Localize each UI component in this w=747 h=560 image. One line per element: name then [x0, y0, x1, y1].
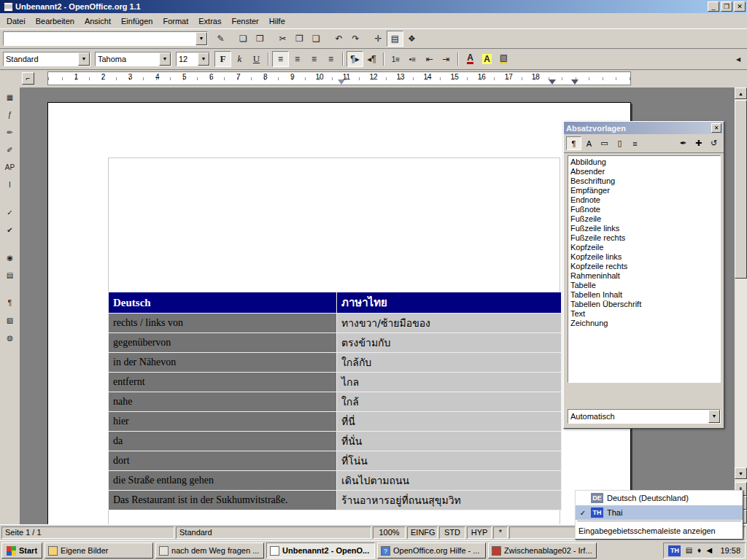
taskbar-window-button[interactable]: Zwischenablage02 - Irf... [488, 542, 597, 559]
paragraph-style-combo[interactable]: ▼ [3, 52, 90, 66]
style-filter-combo[interactable]: ▼ [568, 409, 721, 424]
status-zoom[interactable]: 100% [373, 526, 406, 539]
url-input[interactable] [4, 32, 196, 45]
volume-tray-icon[interactable]: ◀ [704, 545, 714, 556]
new-style-from-selection-button[interactable]: ✚ [691, 136, 706, 150]
style-list-item[interactable]: Endnote [568, 195, 720, 205]
form-functions-button[interactable]: ✐ [1, 141, 19, 158]
navigator-button[interactable]: ✛ [370, 31, 387, 47]
status-hyperlink-mode[interactable]: HYP [467, 526, 492, 539]
scroll-down-button[interactable]: ▼ [735, 467, 747, 479]
menu-item[interactable]: Ansicht [80, 15, 116, 28]
table-cell-th[interactable]: เดินไปตามถนน [337, 471, 562, 491]
insert-fields-button[interactable]: ƒ [1, 106, 19, 123]
style-list-item[interactable]: Kopfzeile links [568, 252, 720, 262]
menu-item[interactable]: Datei [1, 15, 31, 28]
font-size-input[interactable] [177, 52, 198, 66]
style-list-item[interactable]: Fußzeile links [568, 224, 720, 233]
undo-button[interactable]: ↶ [330, 31, 347, 47]
left-to-right-button[interactable]: ¶▸ [347, 51, 363, 67]
style-list-item[interactable]: Fußzeile [568, 214, 720, 224]
underline-button[interactable]: U [248, 51, 265, 67]
paragraph-styles-button[interactable]: ¶ [566, 136, 581, 150]
status-page-style[interactable]: Standard [176, 526, 371, 539]
taskbar-window-button[interactable]: Eigene Bilder [44, 542, 153, 559]
table-cell-th[interactable]: ที่นี่ [337, 412, 562, 432]
language-indicator[interactable]: TH [668, 545, 681, 556]
save-button[interactable]: ❏ [235, 31, 252, 47]
close-button[interactable]: ✕ [734, 1, 746, 12]
background-color-button[interactable]: ▧ [495, 51, 512, 67]
bold-button[interactable]: F [214, 51, 231, 67]
nonprinting-characters-button[interactable]: ¶ [1, 295, 19, 311]
table-cell-de[interactable]: entfernt [109, 373, 337, 392]
edit-file-button[interactable]: ✎ [212, 31, 229, 47]
spellcheck-button[interactable]: ✓ [1, 204, 19, 221]
print-button[interactable]: ❒ [252, 31, 268, 47]
style-list-item[interactable]: Fußnote [568, 205, 720, 214]
status-selection-mode[interactable]: STD [439, 526, 465, 539]
app-tray-icon[interactable]: ♦ [694, 545, 704, 556]
menu-item[interactable]: Format [158, 15, 193, 28]
gallery-button[interactable]: ❖ [403, 31, 420, 47]
online-layout-button[interactable]: ◍ [1, 330, 19, 346]
align-center-button[interactable]: ≡ [289, 51, 306, 67]
scrollbar-thumb[interactable] [735, 100, 747, 279]
decrease-indent-button[interactable]: ⇤ [421, 51, 438, 67]
indent-marker[interactable] [549, 79, 556, 85]
character-styles-button[interactable]: A [581, 136, 597, 150]
table-cell-de[interactable]: rechts / links von [109, 314, 337, 333]
draw-functions-button[interactable]: ✏ [1, 124, 19, 141]
align-right-button[interactable]: ≡ [306, 51, 322, 67]
maximize-button[interactable]: ❐ [721, 1, 732, 12]
redo-button[interactable]: ↷ [347, 31, 364, 47]
align-justify-button[interactable]: ≡ [322, 51, 339, 67]
table-cell-th[interactable]: ร้านอาหารอยู่ที่ถนนสุขุมวิท [337, 491, 562, 510]
panel-titlebar[interactable]: Absatzvorlagen ✕ [564, 122, 724, 134]
indent-marker[interactable] [571, 79, 578, 85]
highlighting-button[interactable]: A [479, 51, 495, 67]
table-header-th[interactable]: ภาษาไทย [337, 292, 562, 314]
toolbar-more-button[interactable]: ◀ [732, 52, 744, 66]
bullet-list-button[interactable]: •≡ [404, 51, 421, 67]
table-cell-th[interactable]: ที่โน่น [337, 451, 562, 471]
copy-button[interactable]: ❐ [291, 31, 308, 47]
graphics-toggle-button[interactable]: ▧ [1, 312, 19, 329]
table-cell-de[interactable]: dort [109, 451, 337, 471]
table-cell-de[interactable]: die Straße entlang gehen [109, 471, 337, 491]
insert-button[interactable]: ▦ [1, 89, 19, 106]
fill-format-mode-button[interactable]: ✒ [676, 136, 691, 150]
tab-type-button[interactable]: ⌐ [22, 72, 34, 85]
cut-button[interactable]: ✂ [274, 31, 291, 47]
increase-indent-button[interactable]: ⇥ [438, 51, 454, 67]
paragraph-style-input[interactable] [4, 52, 78, 66]
table-cell-th[interactable]: ตรงข้ามกับ [337, 333, 562, 353]
update-style-button[interactable]: ↺ [706, 136, 721, 150]
table-cell-de[interactable]: nahe [109, 392, 337, 412]
chevron-down-icon[interactable]: ▼ [198, 52, 209, 66]
table-cell-th[interactable]: ใกล้กับ [337, 353, 562, 373]
style-filter-input[interactable] [568, 410, 708, 423]
table-cell-th[interactable]: ไกล [337, 373, 562, 392]
style-list-item[interactable]: Zeichnung [568, 319, 720, 328]
style-list-item[interactable]: Kopfzeile rechts [568, 262, 720, 271]
table-cell-de[interactable]: in der Nähevon [109, 353, 337, 373]
chevron-down-icon[interactable]: ▼ [708, 410, 720, 423]
chevron-down-icon[interactable]: ▼ [196, 32, 207, 45]
panel-close-button[interactable]: ✕ [711, 123, 721, 133]
url-combo[interactable]: ▼ [3, 31, 208, 46]
font-color-button[interactable]: A [462, 51, 479, 67]
menu-item-thai[interactable]: ✓ TH Thai [576, 505, 743, 520]
style-list-item[interactable]: Abbildung [568, 158, 720, 167]
table-cell-th[interactable]: ใกล้ [337, 392, 562, 412]
style-list-item[interactable]: Fußzeile rechts [568, 233, 720, 243]
style-list-item[interactable]: Kopfzeile [568, 243, 720, 252]
scroll-up-button[interactable]: ▲ [735, 88, 747, 99]
document-page[interactable]: Deutsch ภาษาไทย rechts / links von ทางขว… [47, 102, 631, 524]
menu-item[interactable]: Hilfe [264, 15, 290, 28]
font-size-combo[interactable]: ▼ [176, 52, 210, 66]
menu-item[interactable]: Extras [193, 15, 226, 28]
start-button[interactable]: Start [1, 542, 42, 559]
indent-marker[interactable] [338, 79, 345, 85]
taskbar-window-button[interactable]: nach dem Weg fragen ... [155, 542, 264, 559]
